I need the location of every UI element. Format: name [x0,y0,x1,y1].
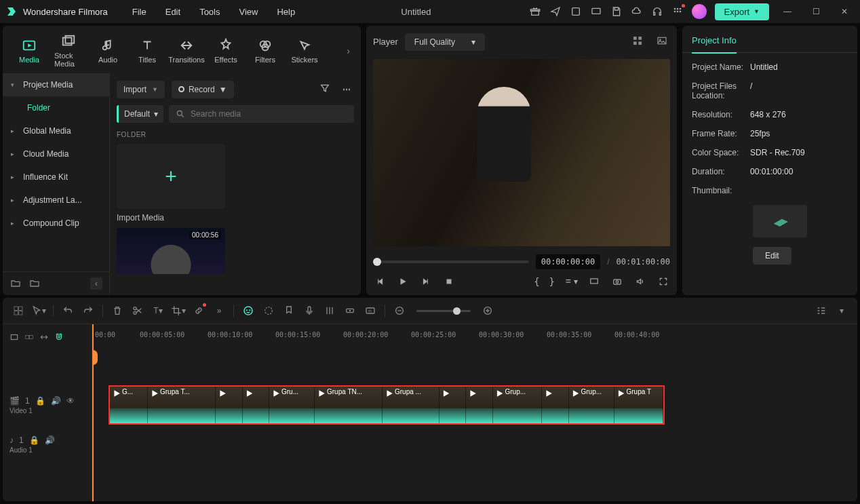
cloud-icon[interactable] [631,5,643,18]
import-media-tile[interactable]: + [117,144,225,209]
link-icon[interactable] [191,303,206,318]
timeline-clip[interactable] [466,387,493,423]
link-tracks-icon[interactable] [24,332,34,344]
gift-icon[interactable] [529,5,541,18]
fullscreen-icon[interactable] [657,275,670,288]
sidebar-global-media[interactable]: ▸Global Media [3,119,109,142]
audio-track-header[interactable]: ♪ 1 🔒 🔊 Audio 1 [3,425,92,464]
headphones-icon[interactable] [651,5,663,18]
edit-thumbnail-button[interactable]: Edit [753,247,791,265]
timeline-tracks[interactable]: 00:00 00:00:05:00 00:00:10:00 00:00:15:0… [92,324,857,501]
sidebar-influence-kit[interactable]: ▸Influence Kit [3,166,109,189]
timeline-clip[interactable]: Grupa TN... [315,387,383,423]
tab-effects[interactable]: Effects [206,35,246,66]
redo-icon[interactable] [81,303,96,318]
search-input[interactable] [191,109,347,119]
thumbnail-preview[interactable] [753,205,807,237]
video-preview[interactable] [373,59,670,246]
device-icon[interactable] [570,5,582,18]
split-icon[interactable] [130,303,145,318]
timeline-clip[interactable]: G... [110,387,148,423]
menu-view[interactable]: View [231,4,266,20]
zoom-in-icon[interactable] [480,303,495,318]
scrub-bar[interactable] [373,260,529,263]
menu-help[interactable]: Help [269,4,303,20]
lock-icon[interactable]: 🔒 [35,396,45,406]
volume-icon[interactable] [633,275,647,288]
zoom-handle[interactable] [453,307,461,315]
save-icon[interactable] [610,5,623,18]
export-button[interactable]: Export▼ [715,3,770,20]
tab-stock-media[interactable]: Stock Media [49,31,88,71]
sidebar-cloud-media[interactable]: ▸Cloud Media [3,142,109,166]
audio-track-1[interactable] [92,429,851,457]
tab-titles[interactable]: Titles [128,35,167,66]
sync-tracks-icon[interactable] [39,332,49,344]
timeline-clip[interactable]: Grupa T [614,387,664,423]
zoom-out-icon[interactable] [392,303,407,318]
collapse-sidebar-icon[interactable]: ‹ [90,277,102,290]
selected-clips[interactable]: G... Grupa T... Gru... Grupa TN... Grupa… [109,385,665,425]
caption-icon[interactable]: cc [363,303,378,318]
mark-in-button[interactable]: { [534,276,539,287]
playhead[interactable] [92,324,94,501]
timeline-clip[interactable] [439,387,467,423]
timeline-clip[interactable] [243,387,270,423]
sidebar-folder[interactable]: Folder [3,96,109,119]
mic-icon[interactable] [302,303,317,318]
apps-icon[interactable] [671,5,684,18]
prev-frame-button[interactable] [373,275,387,288]
text-icon[interactable]: T▾ [151,303,165,318]
tab-transitions[interactable]: Transitions [167,35,206,66]
timeline-clip[interactable]: Grup... [569,387,614,423]
color-icon[interactable] [261,303,276,318]
video-track-1[interactable]: G... Grupa T... Gru... Grupa TN... Grupa… [92,385,851,425]
sidebar-project-media[interactable]: ▾Project Media [3,73,109,96]
time-ruler[interactable]: 00:00 00:00:05:00 00:00:10:00 00:00:15:0… [92,324,857,351]
quality-dropdown[interactable]: Full Quality▾ [405,33,485,51]
new-folder-icon[interactable] [9,277,22,290]
menu-edit[interactable]: Edit [157,4,189,20]
more-tools-icon[interactable]: » [212,303,227,318]
cursor-icon[interactable]: ▾ [31,303,46,318]
lock-icon[interactable]: 🔒 [29,435,39,445]
user-avatar[interactable] [692,4,707,19]
mark-out-button[interactable]: } [549,276,555,287]
timeline-clip[interactable]: Grup... [493,387,543,423]
crop-icon[interactable]: ▾ [171,303,186,318]
tab-stickers[interactable]: Stickers [285,35,324,66]
scrub-handle[interactable] [373,258,381,266]
tabs-scroll-right[interactable]: › [343,43,354,59]
timeline-clip[interactable]: Gru... [269,387,315,423]
info-tab[interactable]: Project Info [682,26,857,53]
next-frame-button[interactable] [419,275,433,288]
ai-icon[interactable] [241,303,256,318]
close-button[interactable]: ✕ [834,5,855,18]
track-options-icon[interactable]: ▾ [834,303,849,318]
import-dropdown[interactable]: Import▼ [117,81,165,98]
stop-button[interactable] [442,275,456,288]
video-track-header[interactable]: 🎬 1 🔒 🔊 👁 Video 1 [3,385,92,425]
zoom-slider[interactable] [416,310,471,312]
display-icon[interactable] [587,275,601,288]
timeline-clip[interactable] [216,387,243,423]
record-dropdown[interactable]: Record▼ [172,81,234,98]
more-icon[interactable]: ⋯ [340,82,354,97]
monitor-icon[interactable] [590,5,602,18]
audio-mixer-icon[interactable] [322,303,337,318]
visibility-icon[interactable]: 👁 [66,396,75,406]
marker-dropdown[interactable]: ▾ [564,275,578,288]
sidebar-adjustment-layer[interactable]: ▸Adjustment La... [3,189,109,212]
tab-audio[interactable]: Audio [88,35,128,66]
timeline-clip[interactable]: Grupa ... [383,387,439,423]
layout-icon[interactable] [11,303,26,318]
mute-icon[interactable]: 🔊 [51,396,61,406]
keyframe-icon[interactable] [343,303,357,318]
magnet-icon[interactable] [54,332,64,344]
minimize-button[interactable]: — [777,5,798,18]
send-icon[interactable] [549,5,562,18]
sort-dropdown[interactable]: Default▾ [117,105,163,123]
filter-icon[interactable] [317,80,333,98]
delete-icon[interactable] [110,303,125,318]
tab-filters[interactable]: Filters [246,35,285,66]
